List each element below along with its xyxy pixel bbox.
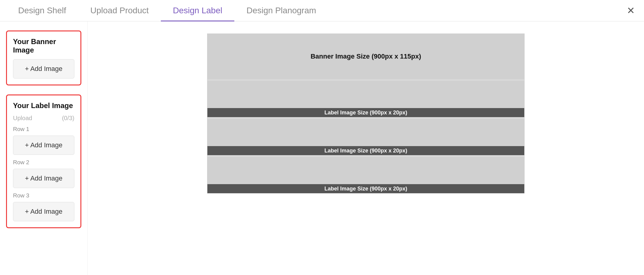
banner-add-image-button[interactable]: + Add Image — [13, 59, 74, 78]
tab-design-label[interactable]: Design Label — [161, 0, 234, 21]
sidebar: Your Banner Image + Add Image Your Label… — [0, 21, 88, 275]
tabs-bar: Design Shelf Upload Product Design Label… — [0, 0, 644, 21]
close-button[interactable]: ✕ — [627, 6, 635, 15]
row-1-add-image-button[interactable]: + Add Image — [13, 136, 74, 155]
label-strip-2: Label Image Size (900px x 20px) — [207, 146, 524, 155]
tab-upload-product[interactable]: Upload Product — [78, 0, 161, 21]
label-strip-3-text: Label Image Size (900px x 20px) — [324, 186, 407, 192]
preview-area: Banner Image Size (900px x 115px) Label … — [88, 21, 644, 275]
tab-design-shelf[interactable]: Design Shelf — [6, 0, 78, 21]
row-3-label: Row 3 — [13, 192, 74, 199]
upload-label: Upload — [13, 115, 32, 122]
shelf-row-1: Label Image Size (900px x 20px) — [207, 81, 524, 117]
main-layout: Your Banner Image + Add Image Your Label… — [0, 21, 644, 275]
banner-size-label: Banner Image Size (900px x 115px) — [311, 53, 421, 60]
label-strip-3: Label Image Size (900px x 20px) — [207, 184, 524, 193]
label-panel-title: Your Label Image — [13, 101, 74, 110]
row-3-add-image-button[interactable]: + Add Image — [13, 202, 74, 221]
shelf-row-3: Label Image Size (900px x 20px) — [207, 157, 524, 193]
upload-count: (0/3) — [62, 115, 74, 122]
tab-design-planogram[interactable]: Design Planogram — [234, 0, 328, 21]
label-image-panel: Your Label Image Upload (0/3) Row 1 + Ad… — [6, 94, 81, 228]
label-strip-2-text: Label Image Size (900px x 20px) — [324, 148, 407, 154]
upload-count-row: Upload (0/3) — [13, 115, 74, 122]
label-strip-1-text: Label Image Size (900px x 20px) — [324, 110, 407, 116]
row-2-label: Row 2 — [13, 159, 74, 166]
label-strip-1: Label Image Size (900px x 20px) — [207, 108, 524, 117]
banner-preview: Banner Image Size (900px x 115px) — [207, 34, 524, 79]
banner-image-panel: Your Banner Image + Add Image — [6, 30, 81, 85]
row-1-label: Row 1 — [13, 126, 74, 133]
banner-panel-title: Your Banner Image — [13, 37, 74, 54]
shelf-preview: Banner Image Size (900px x 115px) Label … — [207, 34, 525, 193]
shelf-row-2: Label Image Size (900px x 20px) — [207, 119, 524, 155]
row-2-add-image-button[interactable]: + Add Image — [13, 169, 74, 188]
